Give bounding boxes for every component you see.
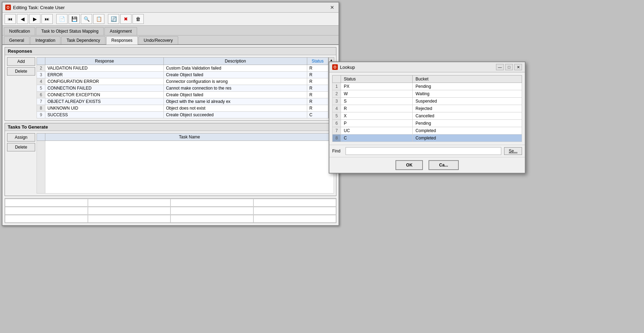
response-row[interactable]: 5 CONNECTION FAILED Cannot make connecti…	[37, 85, 328, 92]
find-label: Find	[332, 149, 343, 154]
response-name: SUCCESS	[45, 112, 164, 118]
tb-search-button[interactable]: 🔍	[81, 14, 92, 24]
response-row-num: 7	[37, 98, 45, 105]
response-name: CONNECTOR EXCEPTION	[45, 92, 164, 98]
lookup-window: O Lookup — □ ✕ Status Bucket 1 PX Pendin…	[329, 61, 526, 174]
response-name: CONFIGURATION ERROR	[45, 78, 164, 85]
grid-cell-9	[5, 215, 88, 223]
tasks-col-num-header	[37, 133, 45, 141]
toolbar: ⏮ ◀ ▶ ⏭ 📄 💾 🔍 📋 🔄 ✖ 🗑	[2, 13, 339, 26]
tb-last-button[interactable]: ⏭	[41, 14, 53, 24]
lookup-status: W	[341, 90, 413, 98]
grid-cell-7	[170, 207, 253, 215]
response-row[interactable]: 6 CONNECTOR EXCEPTION Create Object fail…	[37, 92, 328, 98]
tab-responses[interactable]: Responses	[106, 36, 138, 45]
main-window: O Editing Task: Create User ✕ ⏮ ◀ ▶ ⏭ 📄 …	[2, 2, 339, 226]
response-row[interactable]: 2 VALIDATION FAILED Custom Data Validati…	[37, 65, 328, 72]
bottom-grid-row2	[5, 207, 336, 215]
tasks-empty-num	[37, 141, 45, 194]
response-row[interactable]: 9 SUCCESS Create Object succeeded C	[37, 112, 328, 118]
lookup-app-icon: O	[332, 64, 338, 70]
responses-delete-button[interactable]: Delete	[7, 67, 35, 76]
lookup-row[interactable]: 5 X Cancelled	[333, 112, 522, 120]
lookup-row-num: 4	[333, 105, 341, 112]
response-row-num: 6	[37, 92, 45, 98]
response-row[interactable]: 7 OBJECT ALREADY EXISTS Object with the …	[37, 98, 328, 105]
tb-prev-button[interactable]: ◀	[17, 14, 28, 24]
responses-buttons: Add Delete	[7, 57, 35, 118]
tab-general[interactable]: General	[4, 36, 30, 44]
responses-add-button[interactable]: Add	[7, 57, 35, 66]
tb-copy-button[interactable]: 📋	[93, 14, 104, 24]
tab-integration[interactable]: Integration	[30, 36, 61, 44]
lookup-row[interactable]: 2 W Waiting	[333, 90, 522, 98]
tasks-table: Task Name	[37, 133, 334, 194]
lookup-row[interactable]: 1 PX Pending	[333, 83, 522, 90]
lookup-title-left: O Lookup	[332, 64, 355, 70]
lookup-row[interactable]: 8 C Completed	[333, 135, 522, 142]
lookup-row-num: 2	[333, 90, 341, 98]
tab-undo-recovery[interactable]: Undo/Recovery	[139, 36, 178, 44]
responses-content: Add Delete Response Description Status	[5, 55, 336, 120]
grid-cell-6	[88, 207, 171, 215]
tasks-delete-button[interactable]: Delete	[7, 143, 35, 151]
lookup-row[interactable]: 7 UC Completed	[333, 127, 522, 135]
tasks-table-container: Task Name	[37, 133, 334, 194]
tb-save-button[interactable]: 💾	[69, 14, 80, 24]
lookup-table-wrap: Status Bucket 1 PX Pending 2 W Waiting 3…	[329, 72, 525, 145]
tasks-assign-button[interactable]: Assign	[7, 133, 35, 142]
tb-delete-button[interactable]: 🗑	[133, 14, 144, 24]
tb-cancel-button[interactable]: ✖	[120, 14, 131, 24]
response-row[interactable]: 3 ERROR Create Object failed R	[37, 72, 328, 78]
response-row-num: 2	[37, 65, 45, 72]
lookup-row[interactable]: 3 S Suspended	[333, 98, 522, 105]
find-select-button[interactable]: Se...	[504, 147, 522, 155]
response-name: OBJECT ALREADY EXISTS	[45, 98, 164, 105]
tb-new-button[interactable]: 📄	[56, 14, 67, 24]
tab-task-object-status[interactable]: Task to Object Status Mapping	[36, 27, 104, 35]
main-close-button[interactable]: ✕	[329, 4, 336, 11]
lookup-row-num: 6	[333, 120, 341, 127]
response-description: Connector configuration is wrong	[164, 78, 307, 85]
tasks-col-name-header: Task Name	[45, 133, 334, 141]
lookup-minimize-button[interactable]: —	[496, 64, 504, 70]
tb-next-button[interactable]: ▶	[29, 14, 40, 24]
lookup-status: R	[341, 105, 413, 112]
lookup-ok-button[interactable]: OK	[395, 160, 423, 170]
lookup-close-button[interactable]: ✕	[514, 64, 522, 70]
response-row[interactable]: 4 CONFIGURATION ERROR Connector configur…	[37, 78, 328, 85]
response-row-num: 9	[37, 112, 45, 118]
response-row-num: 3	[37, 72, 45, 78]
tab-task-dependency[interactable]: Task Dependency	[61, 36, 105, 44]
lookup-maximize-button[interactable]: □	[505, 64, 513, 70]
grid-cell-2	[88, 199, 171, 207]
tab-assignment[interactable]: Assignment	[104, 27, 137, 35]
lookup-status: UC	[341, 127, 413, 135]
grid-cell-11	[170, 215, 253, 223]
response-row[interactable]: 8 UNKNOWN UID Object does not exist R	[37, 105, 328, 112]
responses-section: Responses Add Delete Response Descriptio…	[5, 47, 336, 121]
grid-cell-1	[5, 199, 88, 207]
response-name: CONNECTION FAILED	[45, 85, 164, 92]
bottom-grid-row1	[5, 198, 336, 207]
lookup-status: S	[341, 98, 413, 105]
find-input[interactable]	[346, 147, 501, 155]
tb-refresh-button[interactable]: 🔄	[108, 14, 119, 24]
lookup-row[interactable]: 4 R Rejected	[333, 105, 522, 112]
lookup-row-num: 3	[333, 98, 341, 105]
tb-first-button[interactable]: ⏮	[5, 14, 16, 24]
lookup-title-bar: O Lookup — □ ✕	[329, 62, 525, 72]
col-description-header: Description	[164, 58, 307, 65]
lookup-cancel-button[interactable]: Ca...	[429, 160, 458, 170]
tab-notification[interactable]: Notification	[4, 27, 35, 35]
response-description: Create Object failed	[164, 92, 307, 98]
col-status-header[interactable]: Status	[307, 58, 328, 65]
lookup-row[interactable]: 6 P Pending	[333, 120, 522, 127]
grid-cell-3	[170, 199, 253, 207]
response-status: R	[307, 65, 328, 72]
response-name: ERROR	[45, 72, 164, 78]
response-status: R	[307, 92, 328, 98]
response-row-num: 8	[37, 105, 45, 112]
app-icon: O	[5, 5, 11, 10]
response-row-num: 5	[37, 85, 45, 92]
